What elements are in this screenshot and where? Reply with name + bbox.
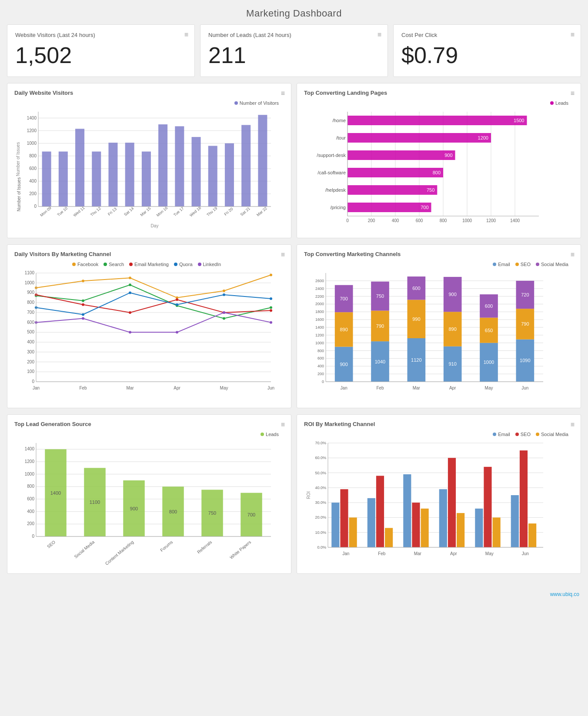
kpi-card-visitors: Website Visitors (Last 24 hours) ≡ 1,502	[7, 24, 195, 77]
svg-text:900: 900	[444, 153, 452, 158]
svg-text:Mar 15: Mar 15	[140, 206, 152, 217]
svg-text:900: 900	[340, 362, 347, 367]
chart-roi-menu[interactable]: ≡	[571, 421, 575, 429]
svg-text:1000: 1000	[315, 341, 324, 345]
svg-text:1000: 1000	[25, 472, 35, 476]
svg-text:1200: 1200	[478, 135, 488, 140]
svg-text:Feb: Feb	[79, 386, 87, 390]
svg-text:1400: 1400	[315, 325, 324, 330]
svg-text:1100: 1100	[25, 270, 35, 275]
svg-point-136	[176, 303, 178, 306]
brand-footer: www.ubiq.co	[0, 589, 588, 601]
svg-point-134	[82, 313, 84, 316]
svg-rect-28	[225, 143, 234, 206]
kpi-value-visitors: 1,502	[15, 43, 187, 68]
chart-lead-source-menu[interactable]: ≡	[281, 421, 285, 429]
svg-text:Day: Day	[151, 223, 159, 228]
svg-text:700: 700	[421, 205, 428, 210]
svg-text:Sat 14: Sat 14	[123, 206, 134, 217]
svg-text:300: 300	[27, 350, 34, 354]
chart-lead-source-title: Top Lead Generation Source	[14, 421, 284, 427]
svg-point-128	[82, 303, 84, 306]
kpi-label-leads: Number of Leads (Last 24 hours)	[208, 32, 291, 38]
svg-rect-284	[448, 458, 456, 547]
daily-channel-chart-svg: 010020030040050060070080090010001100JanF…	[14, 269, 280, 399]
svg-text:1200: 1200	[315, 333, 324, 337]
svg-text:Fri 20: Fri 20	[224, 207, 234, 216]
svg-text:2600: 2600	[315, 279, 324, 283]
svg-point-130	[176, 299, 178, 301]
svg-text:700: 700	[340, 296, 347, 301]
svg-text:Jun: Jun	[522, 551, 529, 556]
chart-daily-channel-menu[interactable]: ≡	[281, 251, 285, 259]
svg-text:Thu 12: Thu 12	[90, 206, 102, 217]
svg-point-123	[129, 283, 131, 286]
landing-pages-chart-svg: 02004006008001000120014001500/home1200/t…	[304, 107, 552, 229]
legend-email: Email	[493, 262, 510, 267]
svg-rect-293	[528, 523, 536, 547]
kpi-card-cpc: Cost Per Click ≡ $0.79	[393, 24, 581, 77]
chart-row-3: Top Lead Generation Source ≡ Leads 02004…	[7, 414, 581, 574]
kpi-menu-cpc[interactable]: ≡	[571, 31, 575, 39]
svg-text:600: 600	[27, 320, 34, 325]
svg-text:Apr: Apr	[174, 386, 180, 390]
svg-text:/tour: /tour	[336, 135, 346, 140]
kpi-menu-visitors[interactable]: ≡	[184, 31, 188, 39]
svg-text:100: 100	[27, 369, 34, 374]
svg-rect-271	[331, 503, 339, 547]
svg-point-129	[129, 311, 131, 314]
kpi-menu-leads[interactable]: ≡	[378, 31, 381, 39]
chart-daily-visitors-menu[interactable]: ≡	[281, 90, 285, 97]
svg-text:/support-desk: /support-desk	[317, 153, 346, 158]
legend-search: Search	[104, 262, 124, 267]
legend-facebook: Facebook	[72, 262, 98, 267]
chart-daily-visitors-title: Daily Website Visitors	[14, 90, 284, 96]
legend-quora: Quora	[174, 262, 193, 267]
svg-text:600: 600	[317, 356, 324, 361]
svg-text:Wed 11: Wed 11	[73, 206, 86, 217]
svg-text:/call-software: /call-software	[317, 170, 346, 175]
svg-rect-71	[347, 150, 455, 160]
svg-text:1000: 1000	[462, 218, 472, 223]
svg-text:0.0%: 0.0%	[317, 545, 326, 549]
svg-text:200: 200	[29, 191, 37, 196]
svg-text:May: May	[485, 551, 494, 556]
svg-text:800: 800	[169, 509, 177, 514]
svg-rect-292	[520, 450, 528, 547]
svg-point-125	[223, 317, 225, 320]
svg-text:10.0%: 10.0%	[315, 530, 326, 535]
svg-rect-289	[493, 518, 501, 548]
svg-text:1400: 1400	[27, 116, 37, 120]
svg-text:40.0%: 40.0%	[315, 486, 326, 490]
svg-text:Social Media: Social Media	[73, 539, 95, 559]
svg-text:/home: /home	[332, 118, 346, 123]
chart-top-channels-menu[interactable]: ≡	[571, 251, 575, 259]
svg-rect-74	[347, 168, 443, 177]
svg-point-135	[129, 292, 131, 294]
svg-rect-80	[347, 203, 431, 212]
svg-text:400: 400	[27, 340, 34, 344]
svg-point-141	[129, 331, 131, 334]
svg-text:600: 600	[27, 496, 34, 501]
svg-point-138	[270, 297, 272, 300]
legend-email-roi: Email	[493, 432, 510, 437]
chart-top-channels-title: Top Converting Marketing Channels	[304, 251, 574, 257]
kpi-label-visitors: Website Visitors (Last 24 hours)	[15, 32, 95, 38]
svg-rect-272	[340, 489, 348, 547]
svg-text:30.0%: 30.0%	[315, 500, 326, 505]
svg-text:800: 800	[27, 300, 34, 305]
chart-daily-visitors: Daily Website Visitors ≡ Number of Visit…	[7, 83, 291, 238]
svg-rect-24	[158, 124, 167, 206]
daily-visitors-chart-svg: Number of Issues 02004006008001000120014…	[14, 107, 280, 229]
kpi-card-leads: Number of Leads (Last 24 hours) ≡ 211	[200, 24, 388, 77]
svg-text:Mar: Mar	[414, 551, 422, 556]
svg-text:990: 990	[412, 316, 420, 322]
svg-text:600: 600	[485, 303, 493, 309]
svg-rect-275	[368, 498, 375, 547]
svg-text:White Papers: White Papers	[229, 539, 252, 560]
svg-rect-279	[403, 474, 411, 547]
chart-landing-pages-menu[interactable]: ≡	[571, 90, 575, 97]
svg-text:Thu 19: Thu 19	[206, 206, 218, 217]
svg-rect-30	[258, 115, 267, 206]
svg-rect-283	[439, 489, 447, 547]
